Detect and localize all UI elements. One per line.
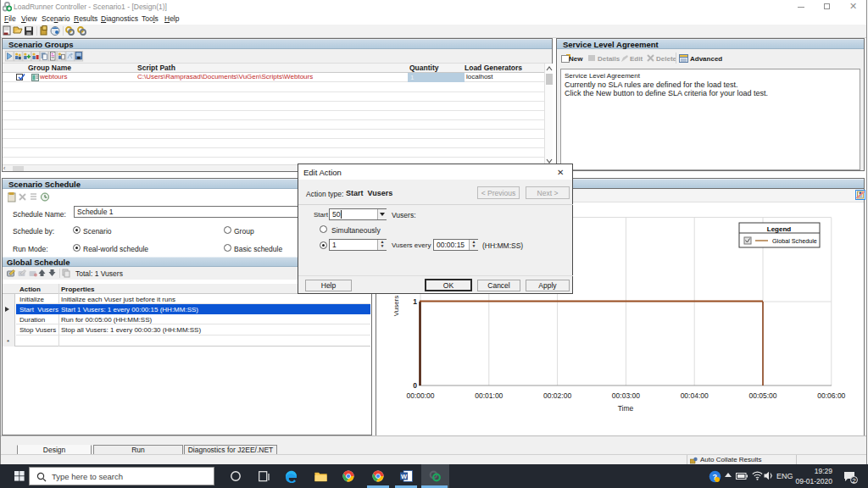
svg-text:Global Schedule: Global Schedule [772,237,817,245]
svg-text:Time: Time [618,404,634,413]
svg-text:00:02:00: 00:02:00 [543,391,571,400]
svg-text:Legend: Legend [767,225,792,233]
svg-text:00:03:00: 00:03:00 [612,391,640,400]
svg-text:00:05:00: 00:05:00 [748,391,776,400]
svg-text:?: ? [712,473,717,481]
svg-text:0: 0 [413,381,417,390]
svg-text:00:04:00: 00:04:00 [681,391,709,400]
svg-text:Vusers: Vusers [392,296,400,317]
svg-text:W: W [401,473,408,480]
svg-text:1: 1 [413,297,417,306]
svg-text:00:06:00: 00:06:00 [817,391,845,400]
svg-text:00:00:00: 00:00:00 [406,391,434,400]
svg-text:00:01:00: 00:01:00 [475,391,503,400]
